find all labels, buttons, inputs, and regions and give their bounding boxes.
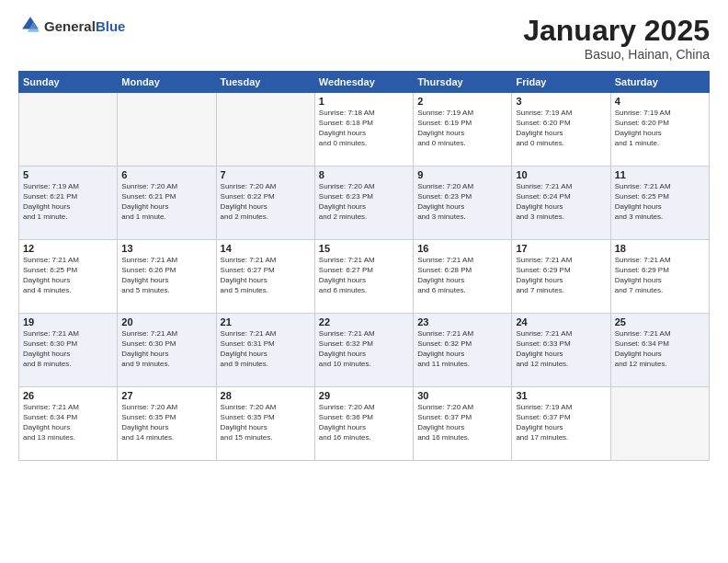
table-row: 21 Sunrise: 7:21 AM Sunset: 6:31 PM Dayl… bbox=[216, 314, 314, 387]
calendar-week-row: 12 Sunrise: 7:21 AM Sunset: 6:25 PM Dayl… bbox=[19, 240, 710, 314]
col-thursday: Thursday bbox=[414, 72, 512, 93]
day-number: 1 bbox=[319, 96, 409, 107]
day-number: 13 bbox=[121, 243, 211, 254]
table-row: 30 Sunrise: 7:20 AM Sunset: 6:37 PM Dayl… bbox=[414, 387, 512, 461]
calendar-table: Sunday Monday Tuesday Wednesday Thursday… bbox=[18, 71, 710, 461]
col-sunday: Sunday bbox=[19, 72, 118, 93]
table-row: 7 Sunrise: 7:20 AM Sunset: 6:22 PM Dayli… bbox=[216, 167, 314, 240]
day-info: Sunrise: 7:21 AM Sunset: 6:28 PM Dayligh… bbox=[417, 256, 507, 295]
col-wednesday: Wednesday bbox=[314, 72, 413, 93]
day-info: Sunrise: 7:20 AM Sunset: 6:22 PM Dayligh… bbox=[221, 182, 311, 222]
day-info: Sunrise: 7:20 AM Sunset: 6:36 PM Dayligh… bbox=[319, 403, 409, 442]
day-info: Sunrise: 7:21 AM Sunset: 6:32 PM Dayligh… bbox=[417, 329, 507, 369]
table-row: 19 Sunrise: 7:21 AM Sunset: 6:30 PM Dayl… bbox=[19, 314, 118, 387]
table-row: 31 Sunrise: 7:19 AM Sunset: 6:37 PM Dayl… bbox=[512, 387, 610, 461]
col-tuesday: Tuesday bbox=[216, 72, 314, 93]
day-info: Sunrise: 7:20 AM Sunset: 6:23 PM Dayligh… bbox=[319, 182, 409, 222]
table-row: 5 Sunrise: 7:19 AM Sunset: 6:21 PM Dayli… bbox=[19, 167, 118, 240]
day-info: Sunrise: 7:21 AM Sunset: 6:30 PM Dayligh… bbox=[23, 329, 113, 369]
col-monday: Monday bbox=[118, 72, 216, 93]
day-number: 15 bbox=[319, 243, 409, 254]
day-number: 16 bbox=[417, 243, 507, 254]
day-info: Sunrise: 7:20 AM Sunset: 6:21 PM Dayligh… bbox=[121, 182, 211, 222]
day-info: Sunrise: 7:18 AM Sunset: 6:18 PM Dayligh… bbox=[319, 109, 409, 148]
day-number: 27 bbox=[121, 390, 211, 401]
day-info: Sunrise: 7:19 AM Sunset: 6:19 PM Dayligh… bbox=[417, 109, 507, 148]
day-info: Sunrise: 7:21 AM Sunset: 6:31 PM Dayligh… bbox=[221, 329, 311, 369]
table-row: 8 Sunrise: 7:20 AM Sunset: 6:23 PM Dayli… bbox=[314, 167, 413, 240]
col-friday: Friday bbox=[512, 72, 610, 93]
table-row bbox=[118, 93, 216, 167]
title-block: January 2025 Basuo, Hainan, China bbox=[523, 15, 710, 62]
day-number: 3 bbox=[516, 96, 606, 107]
day-number: 28 bbox=[221, 390, 311, 401]
day-number: 20 bbox=[121, 316, 211, 327]
day-info: Sunrise: 7:19 AM Sunset: 6:21 PM Dayligh… bbox=[23, 182, 113, 222]
table-row: 11 Sunrise: 7:21 AM Sunset: 6:25 PM Dayl… bbox=[610, 167, 709, 240]
calendar-header-row: Sunday Monday Tuesday Wednesday Thursday… bbox=[19, 72, 710, 93]
day-number: 6 bbox=[121, 169, 211, 180]
table-row: 4 Sunrise: 7:19 AM Sunset: 6:20 PM Dayli… bbox=[610, 93, 709, 167]
day-number: 19 bbox=[23, 316, 113, 327]
page: GeneralBlue January 2025 Basuo, Hainan, … bbox=[0, 0, 728, 563]
day-info: Sunrise: 7:19 AM Sunset: 6:37 PM Dayligh… bbox=[516, 403, 606, 442]
day-info: Sunrise: 7:21 AM Sunset: 6:32 PM Dayligh… bbox=[319, 329, 409, 369]
day-number: 5 bbox=[23, 169, 113, 180]
table-row: 26 Sunrise: 7:21 AM Sunset: 6:34 PM Dayl… bbox=[19, 387, 118, 461]
table-row: 2 Sunrise: 7:19 AM Sunset: 6:19 PM Dayli… bbox=[414, 93, 512, 167]
day-number: 26 bbox=[23, 390, 113, 401]
day-info: Sunrise: 7:21 AM Sunset: 6:34 PM Dayligh… bbox=[615, 329, 705, 369]
day-number: 29 bbox=[319, 390, 409, 401]
day-info: Sunrise: 7:20 AM Sunset: 6:35 PM Dayligh… bbox=[221, 403, 311, 442]
day-info: Sunrise: 7:21 AM Sunset: 6:29 PM Dayligh… bbox=[516, 256, 606, 295]
table-row: 23 Sunrise: 7:21 AM Sunset: 6:32 PM Dayl… bbox=[414, 314, 512, 387]
day-number: 11 bbox=[615, 169, 705, 180]
table-row: 25 Sunrise: 7:21 AM Sunset: 6:34 PM Dayl… bbox=[610, 314, 709, 387]
day-number: 23 bbox=[417, 316, 507, 327]
day-number: 25 bbox=[615, 316, 705, 327]
table-row: 17 Sunrise: 7:21 AM Sunset: 6:29 PM Dayl… bbox=[512, 240, 610, 314]
day-info: Sunrise: 7:21 AM Sunset: 6:29 PM Dayligh… bbox=[615, 256, 705, 295]
day-info: Sunrise: 7:21 AM Sunset: 6:27 PM Dayligh… bbox=[221, 256, 311, 295]
day-number: 17 bbox=[516, 243, 606, 254]
day-number: 21 bbox=[221, 316, 311, 327]
table-row: 18 Sunrise: 7:21 AM Sunset: 6:29 PM Dayl… bbox=[610, 240, 709, 314]
table-row: 16 Sunrise: 7:21 AM Sunset: 6:28 PM Dayl… bbox=[414, 240, 512, 314]
day-info: Sunrise: 7:20 AM Sunset: 6:37 PM Dayligh… bbox=[417, 403, 507, 442]
day-number: 7 bbox=[221, 169, 311, 180]
table-row: 22 Sunrise: 7:21 AM Sunset: 6:32 PM Dayl… bbox=[314, 314, 413, 387]
title-location: Basuo, Hainan, China bbox=[523, 47, 710, 62]
logo-general: General bbox=[44, 18, 96, 34]
day-info: Sunrise: 7:20 AM Sunset: 6:35 PM Dayligh… bbox=[121, 403, 211, 442]
day-number: 22 bbox=[319, 316, 409, 327]
day-info: Sunrise: 7:20 AM Sunset: 6:23 PM Dayligh… bbox=[417, 182, 507, 222]
calendar-week-row: 5 Sunrise: 7:19 AM Sunset: 6:21 PM Dayli… bbox=[19, 167, 710, 240]
day-info: Sunrise: 7:21 AM Sunset: 6:25 PM Dayligh… bbox=[23, 256, 113, 295]
day-info: Sunrise: 7:21 AM Sunset: 6:34 PM Dayligh… bbox=[23, 403, 113, 442]
day-number: 14 bbox=[221, 243, 311, 254]
table-row: 27 Sunrise: 7:20 AM Sunset: 6:35 PM Dayl… bbox=[118, 387, 216, 461]
logo-blue: Blue bbox=[96, 18, 126, 34]
table-row bbox=[610, 387, 709, 461]
title-month: January 2025 bbox=[523, 15, 710, 47]
day-number: 18 bbox=[615, 243, 705, 254]
table-row: 3 Sunrise: 7:19 AM Sunset: 6:20 PM Dayli… bbox=[512, 93, 610, 167]
day-number: 8 bbox=[319, 169, 409, 180]
day-number: 24 bbox=[516, 316, 606, 327]
calendar-week-row: 26 Sunrise: 7:21 AM Sunset: 6:34 PM Dayl… bbox=[19, 387, 710, 461]
day-number: 31 bbox=[516, 390, 606, 401]
calendar-week-row: 19 Sunrise: 7:21 AM Sunset: 6:30 PM Dayl… bbox=[19, 314, 710, 387]
day-info: Sunrise: 7:21 AM Sunset: 6:30 PM Dayligh… bbox=[121, 329, 211, 369]
table-row bbox=[19, 93, 118, 167]
table-row: 29 Sunrise: 7:20 AM Sunset: 6:36 PM Dayl… bbox=[314, 387, 413, 461]
table-row: 9 Sunrise: 7:20 AM Sunset: 6:23 PM Dayli… bbox=[414, 167, 512, 240]
table-row: 24 Sunrise: 7:21 AM Sunset: 6:33 PM Dayl… bbox=[512, 314, 610, 387]
day-info: Sunrise: 7:19 AM Sunset: 6:20 PM Dayligh… bbox=[615, 109, 705, 148]
table-row: 15 Sunrise: 7:21 AM Sunset: 6:27 PM Dayl… bbox=[314, 240, 413, 314]
col-saturday: Saturday bbox=[610, 72, 709, 93]
day-number: 9 bbox=[417, 169, 507, 180]
table-row: 13 Sunrise: 7:21 AM Sunset: 6:26 PM Dayl… bbox=[118, 240, 216, 314]
table-row bbox=[216, 93, 314, 167]
day-info: Sunrise: 7:21 AM Sunset: 6:33 PM Dayligh… bbox=[516, 329, 606, 369]
table-row: 1 Sunrise: 7:18 AM Sunset: 6:18 PM Dayli… bbox=[314, 93, 413, 167]
